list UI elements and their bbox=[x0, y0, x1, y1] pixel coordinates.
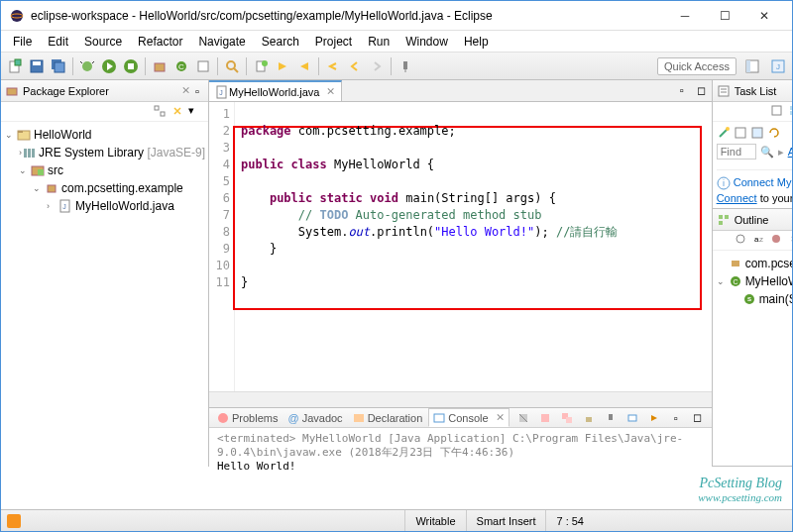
back-icon[interactable] bbox=[345, 56, 365, 76]
menu-source[interactable]: Source bbox=[76, 32, 130, 52]
all-link[interactable]: All bbox=[788, 146, 793, 158]
new-task-icon[interactable] bbox=[770, 104, 786, 120]
editor-tabs: J MyHelloWorld.java ⨯ ▫ ◻ bbox=[209, 80, 712, 102]
tree-package[interactable]: ⌄com.pcsetting.example bbox=[5, 179, 204, 197]
tree-jre[interactable]: ›JRE System Library [JavaSE-9] bbox=[5, 144, 204, 161]
sync-icon[interactable] bbox=[767, 126, 781, 140]
tree-src[interactable]: ⌄src bbox=[5, 161, 204, 179]
link-editor-icon[interactable] bbox=[170, 104, 186, 120]
connect-link[interactable]: Connect bbox=[717, 192, 757, 204]
menu-run[interactable]: Run bbox=[360, 32, 397, 52]
view-max-icon[interactable]: ◻ bbox=[688, 408, 708, 428]
view-menu-icon[interactable]: ▫ bbox=[190, 85, 204, 97]
menu-file[interactable]: File bbox=[5, 32, 40, 52]
tab-problems[interactable]: Problems bbox=[213, 410, 282, 426]
menu-navigate[interactable]: Navigate bbox=[190, 32, 253, 52]
search-small-icon[interactable]: 🔍 bbox=[760, 146, 774, 159]
menu-window[interactable]: Window bbox=[397, 32, 456, 52]
collapse-all-icon[interactable] bbox=[153, 104, 169, 120]
svg-rect-47 bbox=[354, 414, 364, 422]
prev-annotation-icon[interactable] bbox=[294, 56, 314, 76]
hide-fields-icon[interactable] bbox=[770, 233, 786, 249]
svg-rect-53 bbox=[566, 417, 572, 423]
focus-outline-icon[interactable] bbox=[735, 233, 750, 249]
debug-icon[interactable] bbox=[77, 56, 97, 76]
outline-class[interactable]: ⌄CMyHelloWorld bbox=[717, 272, 793, 290]
rss-icon[interactable] bbox=[7, 514, 21, 528]
minimize-button[interactable]: ─ bbox=[665, 1, 705, 31]
run-icon[interactable] bbox=[99, 56, 119, 76]
outline-method[interactable]: Smain(String[]) : vo bbox=[717, 290, 793, 308]
forward-icon[interactable] bbox=[367, 56, 387, 76]
svg-rect-68 bbox=[736, 128, 745, 138]
editor-max-icon[interactable]: ◻ bbox=[692, 80, 712, 100]
java-perspective-icon[interactable]: J bbox=[768, 56, 788, 76]
horizontal-scrollbar[interactable] bbox=[209, 391, 712, 407]
search-icon[interactable] bbox=[222, 56, 242, 76]
menu-bar: File Edit Source Refactor Navigate Searc… bbox=[1, 31, 792, 53]
java-file-icon: J bbox=[58, 199, 72, 213]
package-tree[interactable]: ⌄HelloWorld ›JRE System Library [JavaSE-… bbox=[1, 122, 208, 467]
tab-declaration[interactable]: Declaration bbox=[349, 410, 427, 426]
console-remove-all-icon[interactable] bbox=[557, 408, 577, 428]
sort-icon[interactable]: az bbox=[752, 233, 768, 249]
svg-rect-5 bbox=[33, 61, 41, 65]
next-annotation-icon[interactable] bbox=[273, 56, 292, 76]
tab-javadoc[interactable]: @Javadoc bbox=[283, 410, 346, 426]
expand-icon[interactable] bbox=[750, 126, 764, 140]
open-perspective-icon[interactable] bbox=[742, 56, 762, 76]
editor-area[interactable]: 1234567891011 package com.pcsetting.exam… bbox=[209, 102, 712, 391]
svg-marker-24 bbox=[300, 62, 308, 70]
outline-tree[interactable]: com.pcsetting.examp ⌄CMyHelloWorld Smain… bbox=[713, 251, 793, 312]
toggle-mark-icon[interactable] bbox=[251, 56, 271, 76]
save-icon[interactable] bbox=[27, 56, 47, 76]
view-min-icon[interactable]: ▫ bbox=[666, 408, 686, 428]
open-type-icon[interactable] bbox=[193, 56, 213, 76]
pin-icon[interactable] bbox=[396, 56, 415, 76]
categorized-icon[interactable] bbox=[788, 104, 793, 120]
console-pin-icon[interactable] bbox=[601, 408, 621, 428]
find-input[interactable] bbox=[717, 144, 756, 160]
console-display-icon[interactable] bbox=[623, 408, 642, 428]
menu-refactor[interactable]: Refactor bbox=[130, 32, 190, 52]
quick-access[interactable]: Quick Access bbox=[657, 57, 736, 75]
new-class-icon[interactable]: C bbox=[171, 56, 191, 76]
menu-edit[interactable]: Edit bbox=[40, 32, 76, 52]
problems-icon bbox=[217, 412, 229, 424]
console-scroll-lock-icon[interactable] bbox=[579, 408, 599, 428]
editor-tab[interactable]: J MyHelloWorld.java ⨯ bbox=[209, 80, 342, 101]
svg-text:J: J bbox=[219, 89, 223, 96]
tab-console[interactable]: Console⨯ bbox=[428, 408, 509, 427]
console-clear-icon[interactable] bbox=[513, 408, 533, 428]
save-all-icon[interactable] bbox=[49, 56, 68, 76]
connect-mylyn-title: Connect Mylyn bbox=[734, 176, 793, 188]
menu-search[interactable]: Search bbox=[254, 32, 307, 52]
console-remove-icon[interactable] bbox=[535, 408, 555, 428]
code-area[interactable]: package com.pcsetting.example; public cl… bbox=[235, 102, 712, 391]
last-edit-icon[interactable] bbox=[323, 56, 343, 76]
maximize-button[interactable]: ☐ bbox=[705, 1, 744, 31]
tree-java-file[interactable]: ›JMyHelloWorld.java bbox=[5, 197, 204, 215]
tree-project[interactable]: ⌄HelloWorld bbox=[5, 126, 204, 144]
package-explorer-icon bbox=[5, 84, 19, 98]
outline-icon bbox=[717, 213, 731, 227]
project-icon bbox=[17, 128, 31, 142]
view-dropdown-icon[interactable]: ▾ bbox=[188, 104, 204, 120]
tab-close-icon[interactable]: ⨯ bbox=[326, 85, 335, 98]
menu-project[interactable]: Project bbox=[307, 32, 360, 52]
console-body[interactable]: <terminated> MyHelloWorld [Java Applicat… bbox=[209, 428, 712, 477]
coverage-icon[interactable] bbox=[121, 56, 141, 76]
svg-point-46 bbox=[218, 413, 228, 423]
hide-static-icon[interactable]: S bbox=[788, 233, 793, 249]
collapse-icon[interactable] bbox=[734, 126, 747, 140]
new-icon[interactable] bbox=[5, 56, 25, 76]
outline-package[interactable]: com.pcsetting.examp bbox=[717, 255, 793, 272]
close-button[interactable]: ✕ bbox=[744, 1, 784, 31]
console-open-icon[interactable] bbox=[644, 408, 664, 428]
editor-min-icon[interactable]: ▫ bbox=[672, 80, 692, 100]
tab-close-icon[interactable]: ⨯ bbox=[181, 84, 190, 97]
wand-icon[interactable] bbox=[717, 126, 731, 140]
menu-help[interactable]: Help bbox=[456, 32, 497, 52]
new-package-icon[interactable] bbox=[150, 56, 170, 76]
svg-rect-25 bbox=[403, 61, 407, 69]
